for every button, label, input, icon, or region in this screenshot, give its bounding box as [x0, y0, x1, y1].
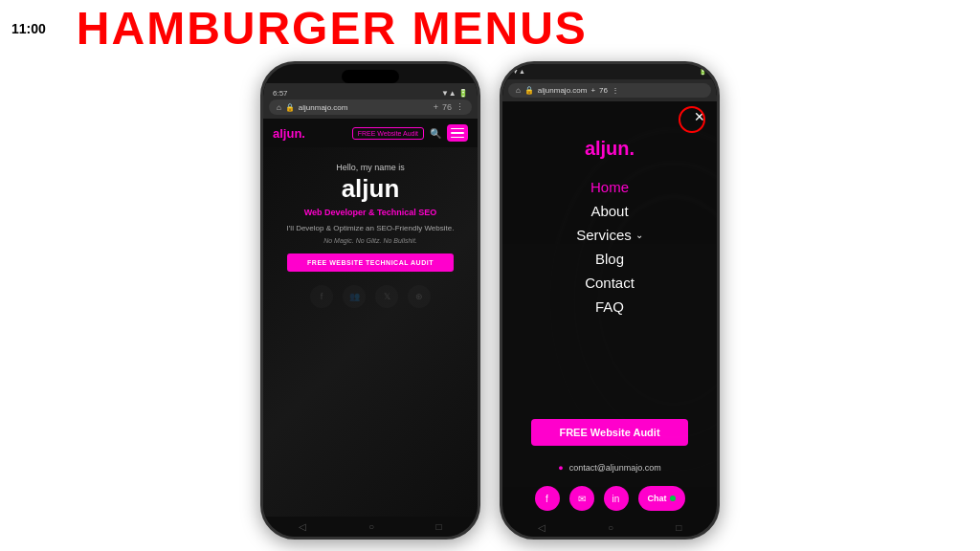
page-title: HAMBURGER MENUS [77, 6, 588, 52]
phone2-mockup: ▼▲ 🔋 ⌂ 🔒 aljunmajo.com + 76 ⋮ ✕ [500, 61, 720, 540]
phone1-screen: 6:57 ▼▲ 🔋 ⌂ 🔒 aljunmajo.com + 76 ⋮ aljun… [263, 64, 478, 537]
home-icon: ⌂ [277, 103, 281, 112]
power-button-2 [717, 141, 720, 169]
hamburger-bar-3 [451, 137, 464, 139]
status-icons: ▼▲ 🔋 [441, 89, 468, 98]
hero-name: aljun [287, 174, 455, 204]
browser-chrome: 6:57 ▼▲ 🔋 ⌂ 🔒 aljunmajo.com + 76 ⋮ [263, 83, 478, 119]
url-text: aljunmajo.com [299, 103, 430, 112]
power-button [478, 141, 480, 169]
hero-tagline: No Magic. No Glitz. No Bullshit. [287, 237, 455, 244]
hero-content: Hello, my name is aljun Web Developer & … [287, 163, 455, 272]
back-button[interactable]: ◁ [299, 521, 306, 532]
topo-background [502, 64, 717, 537]
hero-subtitle: Web Developer & Technical SEO [287, 208, 455, 217]
hero-description: I'll Develop & Optimize an SEO-Friendly … [287, 223, 455, 233]
header-banner: 11:00 HAMBURGER MENUS [0, 0, 980, 57]
phone-bottom-nav: ◁ ○ □ [263, 517, 478, 537]
browser-menu-button[interactable]: ⋮ [456, 102, 464, 112]
nav-right: FREE Website Audit 🔍 [352, 124, 468, 142]
tab-count: 76 [442, 102, 452, 112]
site-navbar: aljun. FREE Website Audit 🔍 [263, 119, 478, 147]
main-content: 6:57 ▼▲ 🔋 ⌂ 🔒 aljunmajo.com + 76 ⋮ aljun… [0, 57, 980, 551]
recents-button[interactable]: □ [436, 521, 442, 532]
dynamic-island [342, 70, 399, 83]
phone1-mockup: 6:57 ▼▲ 🔋 ⌂ 🔒 aljunmajo.com + 76 ⋮ aljun… [260, 61, 480, 540]
search-icon[interactable]: 🔍 [430, 128, 441, 139]
hero-section: Hello, my name is aljun Web Developer & … [263, 147, 478, 517]
hamburger-bar-1 [451, 128, 464, 130]
lock-icon: 🔒 [285, 103, 295, 112]
free-audit-button[interactable]: FREE Website Audit [352, 127, 424, 140]
hamburger-bar-2 [451, 132, 464, 134]
phone2-screen: ▼▲ 🔋 ⌂ 🔒 aljunmajo.com + 76 ⋮ ✕ [502, 64, 717, 537]
header-time: 11:00 [11, 21, 46, 36]
hello-text: Hello, my name is [287, 163, 455, 172]
address-bar[interactable]: ⌂ 🔒 aljunmajo.com + 76 ⋮ [269, 99, 472, 115]
hamburger-menu-button[interactable] [447, 124, 468, 142]
home-button[interactable]: ○ [368, 521, 374, 532]
site-logo: aljun. [273, 126, 305, 141]
cta-button[interactable]: FREE WEBSITE TECHNICAL AUDIT [287, 253, 455, 272]
status-bar: 6:57 ▼▲ 🔋 [269, 87, 472, 99]
status-time: 6:57 [273, 89, 288, 98]
new-tab-button[interactable]: + [434, 102, 438, 112]
